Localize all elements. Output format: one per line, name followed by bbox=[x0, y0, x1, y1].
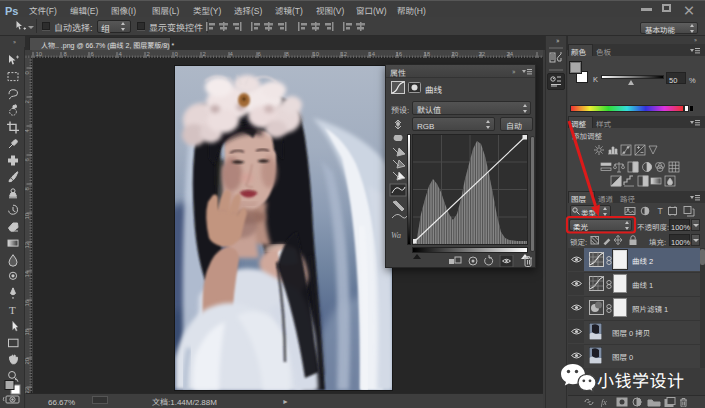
svg-text:4: 4 bbox=[119, 51, 123, 57]
svg-text:12: 12 bbox=[341, 51, 348, 57]
svg-text:0: 0 bbox=[175, 51, 179, 57]
svg-text:14: 14 bbox=[25, 270, 30, 277]
svg-text:8: 8 bbox=[64, 51, 68, 57]
svg-text:22: 22 bbox=[479, 51, 486, 57]
svg-text:10: 10 bbox=[25, 212, 30, 219]
svg-text:16: 16 bbox=[25, 299, 30, 306]
svg-text:Wa: Wa bbox=[391, 231, 401, 240]
svg-text:10: 10 bbox=[313, 51, 320, 57]
svg-text:6: 6 bbox=[91, 51, 95, 57]
svg-text:18: 18 bbox=[25, 328, 30, 335]
svg-text:24: 24 bbox=[507, 51, 514, 57]
svg-text:6: 6 bbox=[25, 158, 30, 162]
svg-text:2: 2 bbox=[25, 100, 30, 104]
svg-text:2: 2 bbox=[147, 51, 151, 57]
svg-text:14: 14 bbox=[369, 51, 376, 57]
svg-text:4: 4 bbox=[25, 129, 30, 133]
svg-text:18: 18 bbox=[424, 51, 431, 57]
svg-text:2: 2 bbox=[203, 51, 207, 57]
svg-text:0: 0 bbox=[25, 71, 30, 75]
svg-text:T: T bbox=[658, 206, 663, 216]
svg-text:T: T bbox=[9, 304, 16, 316]
svg-text:10: 10 bbox=[36, 51, 43, 57]
svg-text:20: 20 bbox=[25, 357, 30, 364]
svg-text:12: 12 bbox=[25, 241, 30, 248]
svg-text:16: 16 bbox=[396, 51, 403, 57]
svg-text:8: 8 bbox=[25, 187, 30, 191]
svg-text:fx: fx bbox=[601, 398, 607, 407]
svg-text:20: 20 bbox=[452, 51, 459, 57]
svg-text:22: 22 bbox=[25, 386, 30, 393]
